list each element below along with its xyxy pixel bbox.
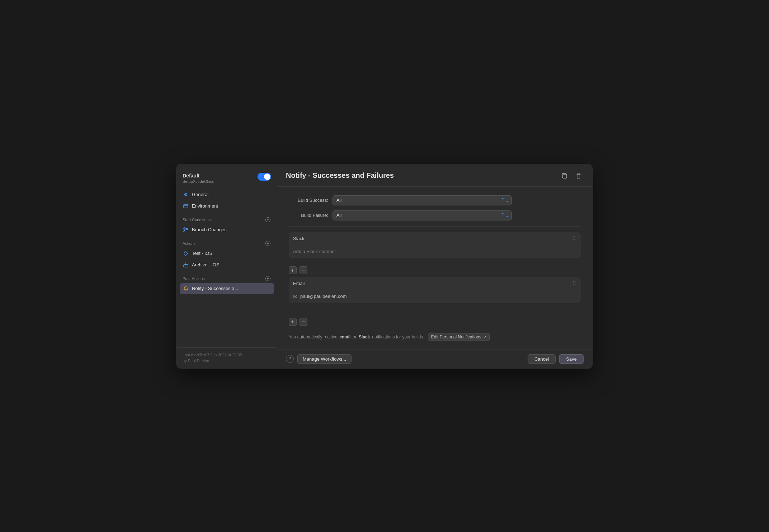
add-slack-channel-text: Add a Slack channel — [293, 249, 336, 254]
main-header: Notify - Successes and Failures — [277, 164, 592, 187]
plus-icon-2: + — [291, 319, 294, 325]
svg-point-6 — [184, 231, 185, 232]
info-email-bold: email — [340, 334, 351, 339]
main-content: Build Success: All None ⌃⌄ Build Failure… — [277, 187, 592, 350]
cylinder-icon — [183, 203, 189, 209]
bell-icon — [183, 285, 189, 292]
build-success-select[interactable]: All None — [332, 195, 512, 205]
sidebar-item-archive-ios[interactable]: Archive - iOS — [180, 260, 274, 270]
build-failure-select-wrapper: All None ⌃⌄ — [332, 210, 512, 220]
sidebar-item-test-ios[interactable]: Test - iOS — [180, 248, 274, 259]
email-section-body: ✉ paul@paulpeelen.com — [289, 290, 581, 303]
actions-section-header: Actions — [180, 236, 274, 248]
page-title: Notify - Successes and Failures — [286, 171, 394, 180]
info-row: You automatically receive email or Slack… — [289, 329, 581, 341]
start-conditions-section-header: Start Conditions — [180, 212, 274, 224]
build-failure-label: Build Failure: — [289, 213, 328, 218]
help-button[interactable]: ? — [286, 355, 294, 363]
diamond-icon — [183, 250, 189, 257]
slack-drag-handle: ⠿ — [572, 235, 576, 242]
sidebar-item-label-archive-ios: Archive - iOS — [192, 262, 220, 267]
project-name: Default — [183, 173, 214, 179]
sidebar-item-label-general: General — [192, 192, 208, 197]
email-drag-handle: ⠿ — [572, 280, 576, 287]
manage-workflows-label: Manage Workflows... — [303, 356, 346, 362]
main-panel: Notify - Successes and Failures — [277, 164, 592, 368]
build-failure-row: Build Failure: All None ⌃⌄ — [289, 210, 581, 220]
svg-rect-18 — [563, 174, 567, 178]
sidebar-header: Default SetupXcodeCloud — [177, 170, 277, 189]
sidebar-item-label-environment: Environment — [192, 203, 218, 209]
slack-section-header: Slack ⠿ — [289, 232, 581, 245]
divider-2 — [289, 309, 581, 309]
minus-icon: − — [302, 267, 305, 273]
info-suffix: notifications for your builds. — [372, 334, 424, 339]
gear-icon: ⚙ — [183, 191, 189, 198]
minus-icon-2: − — [302, 319, 305, 325]
plus-icon: + — [291, 267, 294, 273]
sidebar-footer: Last modified 7 Jun 2022 at 22:35 by Pau… — [177, 347, 277, 368]
header-actions — [559, 171, 584, 181]
slack-section-title: Slack — [293, 236, 305, 241]
duplicate-button[interactable] — [559, 171, 569, 181]
sidebar-item-label-branch-changes: Branch Changes — [192, 227, 227, 232]
manage-workflows-button[interactable]: Manage Workflows... — [297, 354, 352, 364]
slack-add-btn[interactable]: + — [289, 266, 297, 274]
email-row: ✉ paul@paulpeelen.com — [289, 290, 581, 303]
save-button[interactable]: Save — [559, 354, 584, 364]
footer-right: Cancel Save — [528, 354, 584, 364]
sidebar-item-branch-changes[interactable]: Branch Changes — [180, 224, 274, 235]
sidebar-item-notify[interactable]: Notify - Successes a... — [180, 283, 274, 294]
last-modified-text: Last modified 7 Jun 2022 at 22:35 by Pau… — [183, 352, 271, 364]
main-footer: ? Manage Workflows... Cancel Save — [277, 350, 592, 368]
build-failure-select[interactable]: All None — [332, 210, 512, 220]
build-success-label: Build Success: — [289, 198, 328, 203]
svg-rect-12 — [184, 251, 188, 255]
app-window: Default SetupXcodeCloud ⚙ General — [176, 164, 593, 369]
email-add-btn[interactable]: + — [289, 318, 297, 326]
start-conditions-label: Start Conditions — [183, 218, 211, 222]
sidebar-nav: ⚙ General Environment Start Condition — [177, 189, 277, 347]
email-section: Email ⠿ ✉ paul@paulpeelen.com — [289, 277, 581, 303]
help-icon: ? — [289, 356, 291, 361]
sidebar-item-general[interactable]: ⚙ General — [180, 189, 274, 200]
slack-remove-btn[interactable]: − — [299, 266, 307, 274]
email-add-remove-row: + − — [289, 315, 581, 329]
divider-1 — [289, 226, 581, 227]
cancel-label: Cancel — [534, 356, 549, 362]
workflow-toggle[interactable] — [258, 173, 271, 181]
sidebar-item-environment[interactable]: Environment — [180, 201, 274, 212]
add-slack-channel-row[interactable]: Add a Slack channel — [289, 245, 581, 258]
external-link-icon: ↗ — [483, 334, 486, 339]
actions-label: Actions — [183, 241, 195, 246]
actions-add-btn[interactable] — [265, 240, 271, 247]
build-success-select-wrapper: All None ⌃⌄ — [332, 195, 512, 205]
info-middle: or — [353, 334, 357, 339]
save-label: Save — [566, 356, 577, 362]
info-slack-bold: Slack — [359, 334, 370, 339]
post-actions-add-btn[interactable] — [265, 275, 271, 282]
footer-left: ? Manage Workflows... — [286, 354, 352, 364]
post-actions-label: Post-Actions — [183, 276, 205, 281]
sidebar-item-label-test-ios: Test - iOS — [192, 251, 212, 256]
email-address: paul@paulpeelen.com — [300, 294, 347, 299]
slack-section-body: Add a Slack channel — [289, 245, 581, 258]
slack-section: Slack ⠿ Add a Slack channel — [289, 232, 581, 258]
email-section-title: Email — [293, 281, 305, 286]
email-section-header: Email ⠿ — [289, 277, 581, 290]
svg-rect-0 — [184, 204, 188, 208]
slack-add-remove-row: + − — [289, 263, 581, 277]
branch-icon — [183, 227, 189, 233]
archive-icon — [183, 262, 189, 268]
edit-personal-notifications-button[interactable]: Edit Personal Notifications ↗ — [428, 333, 490, 341]
project-subtitle: SetupXcodeCloud — [183, 179, 214, 184]
cancel-button[interactable]: Cancel — [528, 354, 556, 364]
edit-notifications-label: Edit Personal Notifications — [431, 334, 481, 339]
build-success-row: Build Success: All None ⌃⌄ — [289, 195, 581, 205]
sidebar: Default SetupXcodeCloud ⚙ General — [177, 164, 277, 368]
email-remove-btn[interactable]: − — [299, 318, 307, 326]
start-conditions-add-btn[interactable] — [265, 217, 271, 223]
delete-button[interactable] — [574, 171, 584, 181]
info-prefix: You automatically receive — [289, 334, 338, 339]
envelope-icon: ✉ — [293, 294, 297, 299]
